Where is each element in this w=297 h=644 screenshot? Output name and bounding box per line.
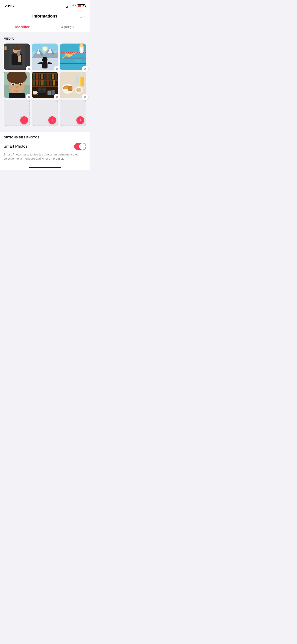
photo-remove-btn-3[interactable]: ✕ bbox=[82, 66, 88, 72]
photo-remove-btn-6[interactable]: ✕ bbox=[82, 94, 88, 100]
svg-point-7 bbox=[13, 46, 20, 50]
svg-point-74 bbox=[43, 88, 46, 91]
close-icon: ✕ bbox=[28, 67, 30, 71]
status-bar: 23:37 10 bbox=[0, 0, 90, 11]
smart-photos-row: Smart Photos bbox=[4, 143, 86, 150]
photo-add-btn-1[interactable]: + bbox=[20, 116, 28, 124]
home-bar bbox=[29, 167, 61, 168]
photo-cell-2: ✕ bbox=[32, 44, 58, 70]
close-icon: ✕ bbox=[28, 95, 30, 99]
photo-bg-3 bbox=[60, 44, 86, 70]
photo-grid: ✕ bbox=[4, 44, 86, 126]
home-indicator bbox=[0, 164, 90, 170]
photo-cell-empty-3[interactable]: + bbox=[60, 100, 86, 126]
photo-remove-btn-4[interactable]: ✕ bbox=[26, 94, 32, 100]
svg-point-88 bbox=[77, 89, 80, 91]
signal-icon bbox=[66, 4, 70, 8]
svg-rect-62 bbox=[55, 74, 57, 79]
svg-rect-55 bbox=[36, 74, 38, 79]
svg-point-73 bbox=[38, 88, 41, 91]
photo-remove-btn-1[interactable]: ✕ bbox=[26, 66, 32, 72]
svg-rect-19 bbox=[42, 62, 48, 69]
nav-header: Informations OK bbox=[0, 11, 90, 22]
svg-rect-58 bbox=[44, 74, 46, 79]
svg-rect-59 bbox=[46, 74, 48, 79]
svg-point-31 bbox=[74, 60, 82, 62]
svg-point-48 bbox=[20, 84, 21, 84]
photo-bg-5 bbox=[32, 72, 58, 98]
close-icon: ✕ bbox=[56, 67, 58, 71]
svg-rect-54 bbox=[33, 74, 35, 79]
photo-cell-5: ✕ bbox=[32, 72, 58, 98]
main-content: MÉDIA bbox=[0, 32, 90, 164]
svg-rect-63 bbox=[32, 80, 35, 86]
svg-rect-90 bbox=[80, 77, 84, 86]
svg-point-37 bbox=[80, 44, 83, 48]
smart-photos-description: Smart Photos teste toutes tes photos en … bbox=[4, 152, 86, 161]
photo-remove-btn-2[interactable]: ✕ bbox=[54, 66, 60, 72]
status-time: 23:37 bbox=[4, 4, 14, 8]
tab-modifier[interactable]: Modifier bbox=[0, 22, 45, 32]
photo-bg-6 bbox=[60, 72, 86, 98]
svg-rect-67 bbox=[44, 80, 46, 86]
photo-bg-2 bbox=[32, 44, 58, 70]
svg-rect-77 bbox=[52, 90, 55, 95]
svg-rect-91 bbox=[76, 76, 79, 84]
media-section: MÉDIA bbox=[0, 32, 90, 128]
svg-rect-84 bbox=[69, 86, 72, 90]
plus-icon: + bbox=[79, 118, 82, 122]
svg-rect-68 bbox=[47, 80, 49, 86]
svg-rect-56 bbox=[39, 74, 40, 79]
options-section-title: OPTIONS DES PHOTOS bbox=[4, 136, 86, 139]
svg-rect-76 bbox=[48, 90, 51, 95]
toggle-thumb bbox=[79, 143, 86, 150]
photo-cell-3: ✕ bbox=[60, 44, 86, 70]
svg-rect-57 bbox=[41, 74, 43, 79]
svg-rect-65 bbox=[39, 81, 40, 86]
photo-add-btn-2[interactable]: + bbox=[48, 116, 56, 124]
smart-photos-toggle[interactable] bbox=[74, 143, 86, 150]
svg-rect-6 bbox=[18, 52, 20, 56]
photo-cell-4: ✕ bbox=[4, 72, 30, 98]
close-icon: ✕ bbox=[56, 95, 58, 99]
svg-rect-60 bbox=[49, 74, 51, 79]
svg-rect-69 bbox=[50, 80, 52, 86]
media-section-title: MÉDIA bbox=[4, 37, 86, 40]
close-icon: ✕ bbox=[84, 67, 86, 71]
options-section: OPTIONS DES PHOTOS Smart Photos Smart Ph… bbox=[0, 132, 90, 164]
photo-cell-6: ✕ bbox=[60, 72, 86, 98]
svg-rect-49 bbox=[9, 93, 25, 98]
photo-cell-empty-2[interactable]: + bbox=[32, 100, 58, 126]
svg-rect-70 bbox=[53, 80, 55, 86]
wifi-icon bbox=[72, 4, 76, 8]
photo-cell-empty-1[interactable]: + bbox=[4, 100, 30, 126]
page-title: Informations bbox=[32, 14, 57, 19]
svg-rect-66 bbox=[41, 80, 44, 86]
svg-rect-64 bbox=[36, 80, 38, 86]
svg-point-20 bbox=[42, 57, 48, 60]
tab-bar: Modifier Aperçu bbox=[0, 22, 90, 32]
toggle-track bbox=[74, 143, 86, 150]
photo-cell-1: ✕ bbox=[4, 44, 30, 70]
status-icons: 10 bbox=[66, 4, 85, 8]
svg-rect-61 bbox=[52, 74, 54, 79]
photo-add-btn-3[interactable]: + bbox=[76, 116, 84, 124]
smart-photos-label: Smart Photos bbox=[4, 144, 28, 149]
close-icon: ✕ bbox=[84, 95, 86, 99]
svg-rect-8 bbox=[4, 46, 6, 50]
battery-icon: 10 bbox=[77, 4, 85, 8]
photo-bg-1 bbox=[4, 44, 30, 70]
tab-apercu[interactable]: Aperçu bbox=[45, 22, 90, 32]
photo-remove-btn-5[interactable]: ✕ bbox=[54, 94, 60, 100]
ok-button[interactable]: OK bbox=[80, 14, 85, 19]
svg-rect-75 bbox=[33, 92, 37, 95]
plus-icon: + bbox=[51, 118, 54, 122]
photo-bg-4 bbox=[4, 72, 30, 98]
svg-point-47 bbox=[13, 84, 14, 84]
plus-icon: + bbox=[23, 118, 26, 122]
